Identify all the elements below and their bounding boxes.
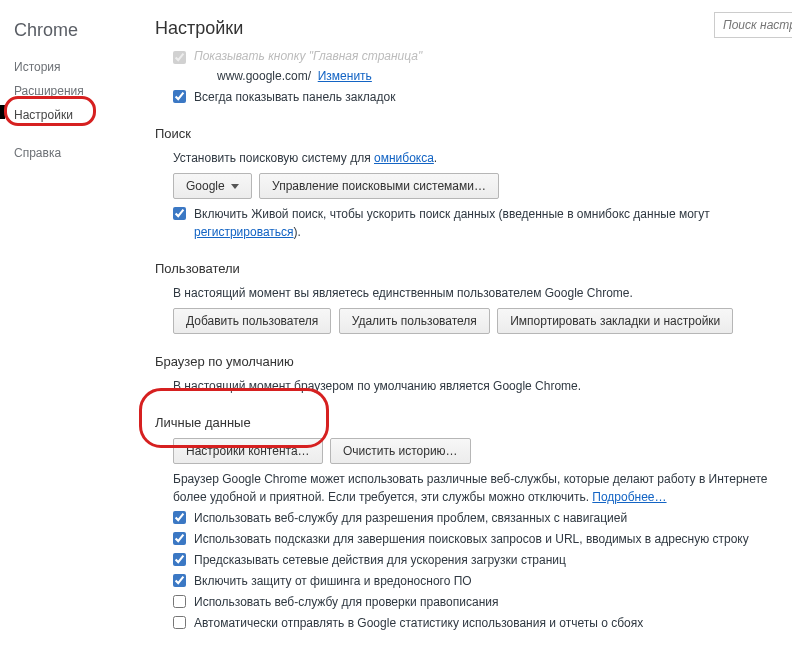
sidebar-item-help[interactable]: Справка (14, 141, 140, 165)
always-bookmarks-bar-row: Всегда показывать панель закладок (173, 88, 792, 106)
remove-user-button[interactable]: Удалить пользователя (339, 308, 490, 334)
privacy-label-1: Использовать подсказки для завершения по… (194, 530, 792, 548)
privacy-checkbox-1[interactable] (173, 532, 186, 545)
section-users: Пользователи В настоящий момент вы являе… (155, 261, 792, 334)
section-default-browser: Браузер по умолчанию В настоящий момент … (155, 354, 792, 395)
privacy-label-5: Автоматически отправлять в Google статис… (194, 614, 792, 632)
content-settings-button[interactable]: Настройки контента… (173, 438, 323, 464)
show-home-button-row: Показывать кнопку "Главная страница" (173, 49, 792, 64)
privacy-desc: Браузер Google Chrome может использовать… (173, 470, 792, 506)
privacy-checkbox-5[interactable] (173, 616, 186, 629)
privacy-check-5: Автоматически отправлять в Google статис… (173, 614, 792, 632)
search-engine-dropdown[interactable]: Google (173, 173, 252, 199)
homepage-url: www.google.com/ (217, 69, 311, 83)
import-bookmarks-button[interactable]: Импортировать закладки и настройки (497, 308, 733, 334)
privacy-desc-text: Браузер Google Chrome может использовать… (173, 472, 768, 504)
section-privacy-title: Личные данные (155, 415, 792, 430)
homepage-url-row: www.google.com/ Изменить (217, 67, 792, 85)
add-user-button[interactable]: Добавить пользователя (173, 308, 331, 334)
section-default-browser-title: Браузер по умолчанию (155, 354, 792, 369)
page-title: Настройки (155, 18, 792, 39)
clear-history-button[interactable]: Очистить историю… (330, 438, 471, 464)
section-users-title: Пользователи (155, 261, 792, 276)
privacy-check-3: Включить защиту от фишинга и вредоносног… (173, 572, 792, 590)
instant-text-2: ). (294, 225, 301, 239)
search-engine-selected: Google (186, 178, 225, 194)
privacy-checkbox-4[interactable] (173, 595, 186, 608)
sidebar: Chrome История Расширения Настройки Спра… (0, 0, 140, 165)
privacy-checkbox-3[interactable] (173, 574, 186, 587)
show-home-button-checkbox[interactable] (173, 51, 186, 64)
instant-text-1: Включить Живой поиск, чтобы ускорить пои… (194, 207, 710, 221)
main-content: Настройки Показывать кнопку "Главная стр… (155, 18, 792, 657)
privacy-checkbox-2[interactable] (173, 553, 186, 566)
instant-label: Включить Живой поиск, чтобы ускорить пои… (194, 205, 792, 241)
omnibox-link[interactable]: омнибокса (374, 151, 434, 165)
privacy-learn-more-link[interactable]: Подробнее… (592, 490, 666, 504)
show-home-button-label: Показывать кнопку "Главная страница" (194, 49, 422, 63)
instant-row: Включить Живой поиск, чтобы ускорить пои… (173, 205, 792, 241)
section-search: Поиск Установить поисковую систему для о… (155, 126, 792, 241)
sidebar-item-extensions[interactable]: Расширения (14, 79, 140, 103)
search-desc: Установить поисковую систему для омнибок… (173, 149, 792, 167)
privacy-check-1: Использовать подсказки для завершения по… (173, 530, 792, 548)
privacy-check-0: Использовать веб-службу для разрешения п… (173, 509, 792, 527)
sidebar-item-settings[interactable]: Настройки (14, 103, 140, 127)
privacy-check-4: Использовать веб-службу для проверки пра… (173, 593, 792, 611)
search-desc-text: Установить поисковую систему для (173, 151, 374, 165)
chevron-down-icon (231, 184, 239, 189)
privacy-label-2: Предсказывать сетевые действия для ускор… (194, 551, 792, 569)
always-bookmarks-bar-label: Всегда показывать панель закладок (194, 88, 792, 106)
section-search-title: Поиск (155, 126, 792, 141)
privacy-check-2: Предсказывать сетевые действия для ускор… (173, 551, 792, 569)
section-homepage: Показывать кнопку "Главная страница" www… (155, 49, 792, 106)
manage-search-engines-button[interactable]: Управление поисковыми системами… (259, 173, 499, 199)
instant-register-link[interactable]: регистрироваться (194, 225, 294, 239)
users-desc: В настоящий момент вы являетесь единстве… (173, 284, 792, 302)
instant-checkbox[interactable] (173, 207, 186, 220)
always-bookmarks-bar-checkbox[interactable] (173, 90, 186, 103)
privacy-label-0: Использовать веб-службу для разрешения п… (194, 509, 792, 527)
privacy-checkbox-0[interactable] (173, 511, 186, 524)
section-privacy: Личные данные Настройки контента… Очисти… (155, 415, 792, 632)
privacy-label-4: Использовать веб-службу для проверки пра… (194, 593, 792, 611)
app-title: Chrome (14, 20, 140, 41)
sidebar-item-history[interactable]: История (14, 55, 140, 79)
default-browser-desc: В настоящий момент браузером по умолчани… (173, 377, 792, 395)
privacy-label-3: Включить защиту от фишинга и вредоносног… (194, 572, 792, 590)
homepage-change-link[interactable]: Изменить (318, 69, 372, 83)
